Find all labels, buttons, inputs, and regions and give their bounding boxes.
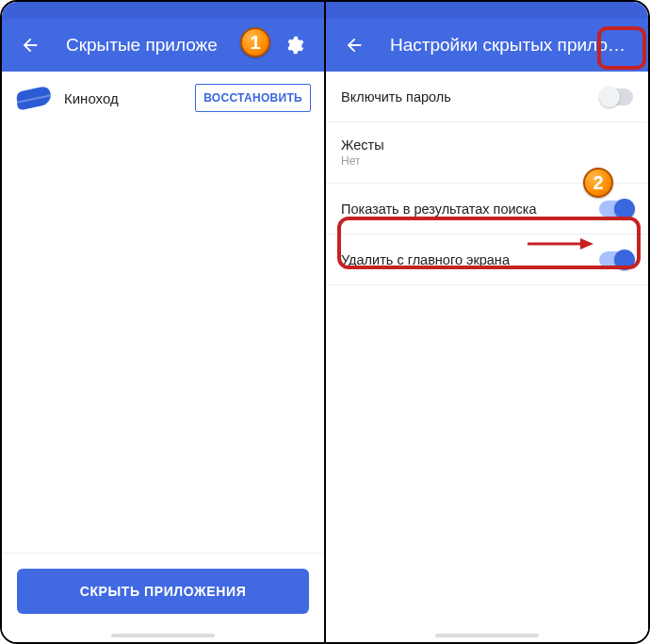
setting-sub: Нет bbox=[341, 154, 633, 168]
bottom-bar: СКРЫТЬ ПРИЛОЖЕНИЯ bbox=[2, 553, 324, 629]
setting-label: Включить пароль bbox=[341, 89, 599, 105]
setting-gestures[interactable]: Жесты Нет bbox=[326, 122, 648, 184]
back-button[interactable] bbox=[335, 26, 373, 64]
toggle-password[interactable] bbox=[599, 89, 633, 105]
status-bar bbox=[326, 2, 648, 19]
toggle-remove[interactable] bbox=[599, 251, 633, 268]
back-button[interactable] bbox=[11, 26, 49, 64]
gear-icon bbox=[284, 35, 304, 56]
app-bar: Скрытые приложе bbox=[2, 19, 324, 72]
hidden-apps-list: Киноход ВОССТАНОВИТЬ bbox=[2, 72, 324, 553]
toggle-search[interactable] bbox=[599, 201, 633, 217]
setting-show-in-search[interactable]: Показать в результатах поиска bbox=[326, 184, 648, 234]
back-arrow-icon bbox=[20, 35, 41, 56]
app-bar: Настройки скрытых прило… bbox=[326, 19, 648, 72]
page-title: Скрытые приложе bbox=[66, 35, 275, 56]
setting-enable-password[interactable]: Включить пароль bbox=[326, 72, 648, 122]
restore-button[interactable]: ВОССТАНОВИТЬ bbox=[195, 84, 311, 112]
app-icon bbox=[15, 83, 53, 113]
nav-bar bbox=[326, 629, 648, 642]
nav-bar bbox=[2, 629, 324, 642]
screen-hidden-apps: Скрытые приложе Киноход ВОССТАНОВИТЬ СКР… bbox=[2, 2, 324, 642]
settings-button[interactable] bbox=[275, 26, 313, 64]
settings-list: Включить пароль Жесты Нет Показать в рез… bbox=[326, 72, 648, 629]
hide-apps-button[interactable]: СКРЫТЬ ПРИЛОЖЕНИЯ bbox=[17, 569, 309, 614]
page-title: Настройки скрытых прило… bbox=[390, 35, 637, 56]
app-row: Киноход ВОССТАНОВИТЬ bbox=[2, 72, 324, 124]
back-arrow-icon bbox=[344, 35, 365, 56]
setting-label: Удалить с главного экрана bbox=[341, 252, 599, 267]
setting-label: Показать в результатах поиска bbox=[341, 201, 599, 217]
status-bar bbox=[2, 2, 324, 19]
setting-remove-from-home[interactable]: Удалить с главного экрана bbox=[326, 234, 648, 285]
app-name: Киноход bbox=[64, 90, 184, 106]
setting-label: Жесты bbox=[341, 137, 633, 153]
screen-hidden-settings: Настройки скрытых прило… Включить пароль… bbox=[324, 2, 648, 642]
